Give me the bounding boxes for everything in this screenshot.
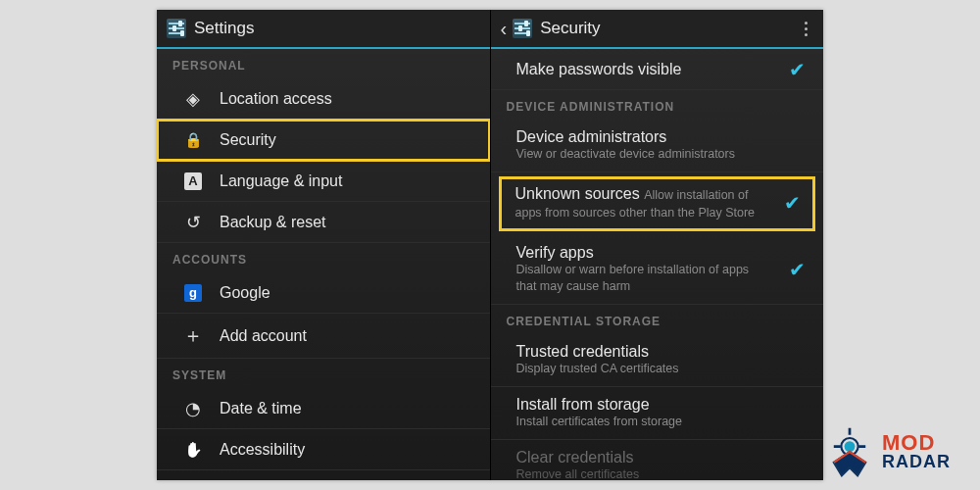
row-backup-reset[interactable]: Backup & reset — [157, 202, 490, 243]
row-location-access[interactable]: Location access — [157, 78, 490, 120]
check-unknown[interactable]: ✔ — [781, 192, 803, 214]
row-accessibility[interactable]: Accessibility — [157, 429, 490, 470]
row-google[interactable]: g Google — [157, 272, 490, 314]
label-backup: Backup & reset — [220, 214, 326, 231]
label-accessibility: Accessibility — [220, 441, 305, 459]
section-device-admin: DEVICE ADMINISTRATION — [491, 90, 824, 120]
row-device-admins[interactable]: Device administrators View or deactivate… — [491, 120, 824, 172]
label-unknown: Unknown sources — [515, 185, 640, 202]
sub-trusted: Display trusted CA certificates — [516, 361, 808, 377]
watermark-line2: RADAR — [882, 454, 951, 470]
label-verify: Verify apps — [516, 244, 771, 262]
sub-verify: Disallow or warn before installation of … — [516, 262, 771, 295]
section-accounts: ACCOUNTS — [157, 243, 490, 272]
row-passwords-visible[interactable]: Make passwords visible ✔ — [491, 49, 824, 90]
section-cred-storage: CREDENTIAL STORAGE — [491, 305, 824, 334]
sub-clear: Remove all certificates — [516, 466, 808, 480]
settings-title: Settings — [194, 19, 254, 38]
row-unknown-sources[interactable]: Unknown sources Allow installation of ap… — [499, 176, 816, 232]
watermark-text: MOD RADAR — [882, 433, 951, 470]
security-panel: ‹ Security Make passwords visible ✔ DEVI… — [491, 10, 824, 480]
watermark-line1: MOD — [882, 433, 951, 454]
security-titlebar: ‹ Security — [491, 10, 824, 49]
label-clear: Clear credentials — [516, 449, 808, 466]
label-location: Location access — [220, 90, 332, 108]
settings-titlebar: Settings — [157, 10, 490, 49]
device-frame: Settings PERSONAL Location access Securi… — [157, 10, 823, 480]
back-icon[interactable]: ‹ — [501, 18, 508, 40]
row-add-account[interactable]: Add account — [157, 314, 490, 359]
label-google: Google — [220, 284, 270, 302]
row-language-input[interactable]: A Language & input — [157, 161, 490, 202]
label-add-account: Add account — [220, 327, 307, 345]
hand-icon — [182, 441, 204, 459]
label-pwvisible: Make passwords visible — [516, 61, 771, 78]
row-security[interactable]: Security — [157, 120, 490, 161]
row-date-time[interactable]: Date & time — [157, 388, 490, 429]
label-trusted: Trusted credentials — [516, 343, 808, 361]
plus-icon — [182, 322, 204, 349]
svg-point-0 — [845, 441, 856, 452]
label-install: Install from storage — [516, 396, 808, 414]
google-icon: g — [182, 284, 204, 302]
label-language: Language & input — [220, 172, 342, 190]
settings-list: PERSONAL Location access Security A Lang… — [157, 49, 490, 480]
clock-icon — [182, 398, 204, 419]
language-icon: A — [182, 172, 204, 190]
watermark: MOD RADAR — [823, 425, 951, 478]
row-install-from-storage[interactable]: Install from storage Install certificate… — [491, 387, 824, 440]
label-device-admins: Device administrators — [516, 128, 808, 146]
row-clear-credentials: Clear credentials Remove all certificate… — [491, 440, 824, 480]
section-system: SYSTEM — [157, 359, 490, 388]
check-verify[interactable]: ✔ — [786, 259, 808, 280]
settings-panel: Settings PERSONAL Location access Securi… — [157, 10, 491, 480]
section-personal: PERSONAL — [157, 49, 490, 78]
overflow-icon[interactable] — [798, 22, 813, 36]
security-title: Security — [540, 19, 600, 38]
check-pwvisible[interactable]: ✔ — [786, 59, 808, 80]
location-icon — [182, 88, 204, 110]
lock-icon — [182, 131, 204, 149]
label-security: Security — [220, 131, 276, 149]
sub-install: Install certificates from storage — [516, 414, 808, 430]
label-datetime: Date & time — [220, 400, 302, 417]
settings-icon-small — [513, 19, 532, 38]
settings-icon — [167, 19, 186, 38]
row-trusted-credentials[interactable]: Trusted credentials Display trusted CA c… — [491, 334, 824, 387]
sub-device-admins: View or deactivate device administrators — [516, 146, 808, 163]
security-list: Make passwords visible ✔ DEVICE ADMINIST… — [491, 49, 824, 480]
backup-icon — [182, 212, 204, 233]
row-verify-apps[interactable]: Verify apps Disallow or warn before inst… — [491, 235, 824, 305]
watermark-logo-icon — [823, 425, 876, 478]
